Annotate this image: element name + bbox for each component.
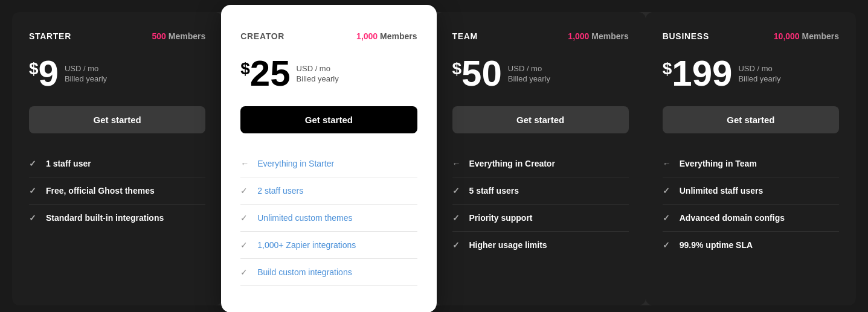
check-icon: ✓ bbox=[452, 240, 462, 250]
plan-card-creator: CREATOR 1,000 Members $25 USD / mo Bille… bbox=[221, 5, 436, 312]
check-icon: ✓ bbox=[29, 159, 39, 168]
feature-item-creator-1: ✓ 2 staff users bbox=[240, 177, 417, 205]
plan-card-team: TEAM 1,000 Members $50 USD / mo Billed y… bbox=[436, 12, 646, 305]
plan-members-starter: 500 Members bbox=[152, 31, 206, 41]
feature-text: 1,000+ Zapier integrations bbox=[257, 240, 356, 250]
plan-members-creator: 1,000 Members bbox=[356, 31, 417, 41]
price-section-business: $199 USD / mo Billed yearly bbox=[663, 56, 839, 92]
plan-name-business: BUSINESS bbox=[663, 31, 709, 41]
feature-item-business-3: ✓ 99.9% uptime SLA bbox=[663, 232, 839, 258]
feature-text: 99.9% uptime SLA bbox=[680, 240, 753, 250]
check-icon: ✓ bbox=[29, 213, 39, 223]
feature-item-creator-0: ← Everything in Starter bbox=[240, 150, 417, 177]
price-billing-starter: Billed yearly bbox=[65, 74, 107, 83]
check-icon: ✓ bbox=[240, 186, 250, 196]
price-billing-business: Billed yearly bbox=[738, 74, 780, 83]
check-icon: ✓ bbox=[240, 213, 250, 223]
price-amount-team: $50 bbox=[452, 56, 502, 92]
feature-item-creator-4: ✓ Build custom integrations bbox=[240, 259, 417, 286]
check-icon: ✓ bbox=[240, 240, 250, 250]
plan-card-business: BUSINESS 10,000 Members $199 USD / mo Bi… bbox=[646, 12, 856, 305]
price-unit-starter: USD / mo bbox=[65, 64, 107, 73]
features-list-creator: ← Everything in Starter ✓ 2 staff users … bbox=[240, 150, 417, 286]
arrow-icon: ← bbox=[240, 159, 250, 168]
feature-item-creator-3: ✓ 1,000+ Zapier integrations bbox=[240, 232, 417, 259]
feature-text: 5 staff users bbox=[469, 186, 519, 196]
feature-text: Higher usage limits bbox=[469, 240, 547, 250]
feature-item-starter-0: ✓ 1 staff user bbox=[29, 150, 205, 177]
feature-item-business-0: ← Everything in Team bbox=[663, 150, 839, 177]
feature-text: Everything in Creator bbox=[469, 159, 555, 168]
feature-item-team-2: ✓ Priority support bbox=[452, 205, 629, 232]
feature-text: Free, official Ghost themes bbox=[46, 186, 155, 196]
feature-text: Priority support bbox=[469, 213, 533, 223]
feature-item-team-1: ✓ 5 staff users bbox=[452, 177, 629, 205]
price-details-creator: USD / mo Billed yearly bbox=[297, 64, 339, 83]
feature-text: Unlimited custom themes bbox=[257, 213, 352, 223]
check-icon: ✓ bbox=[663, 240, 672, 250]
feature-item-starter-1: ✓ Free, official Ghost themes bbox=[29, 177, 205, 205]
plan-members-business: 10,000 Members bbox=[774, 31, 839, 41]
price-amount-starter: $9 bbox=[29, 56, 59, 92]
check-icon: ✓ bbox=[663, 213, 672, 223]
feature-item-creator-2: ✓ Unlimited custom themes bbox=[240, 205, 417, 232]
feature-text: Everything in Starter bbox=[257, 159, 334, 168]
plan-header-team: TEAM 1,000 Members bbox=[452, 31, 629, 41]
price-amount-business: $199 bbox=[663, 56, 733, 92]
features-list-business: ← Everything in Team ✓ Unlimited staff u… bbox=[663, 150, 839, 258]
check-icon: ✓ bbox=[240, 267, 250, 277]
plan-name-team: TEAM bbox=[452, 31, 478, 41]
feature-item-business-1: ✓ Unlimited staff users bbox=[663, 177, 839, 205]
feature-item-team-3: ✓ Higher usage limits bbox=[452, 232, 629, 258]
feature-text: Unlimited staff users bbox=[680, 186, 763, 196]
get-started-btn-starter[interactable]: Get started bbox=[29, 106, 205, 133]
plan-header-business: BUSINESS 10,000 Members bbox=[663, 31, 839, 41]
price-section-team: $50 USD / mo Billed yearly bbox=[452, 56, 629, 92]
plan-name-creator: CREATOR bbox=[240, 31, 285, 41]
price-section-starter: $9 USD / mo Billed yearly bbox=[29, 56, 205, 92]
price-billing-team: Billed yearly bbox=[508, 74, 550, 83]
feature-text: Advanced domain configs bbox=[680, 213, 785, 223]
arrow-icon: ← bbox=[663, 159, 672, 168]
get-started-btn-business[interactable]: Get started bbox=[663, 106, 839, 133]
price-unit-team: USD / mo bbox=[508, 64, 550, 73]
feature-text: Build custom integrations bbox=[257, 267, 352, 277]
feature-text: Everything in Team bbox=[680, 159, 757, 168]
feature-text: 1 staff user bbox=[46, 159, 91, 168]
price-details-team: USD / mo Billed yearly bbox=[508, 64, 550, 83]
check-icon: ✓ bbox=[663, 186, 672, 196]
price-section-creator: $25 USD / mo Billed yearly bbox=[240, 56, 417, 92]
price-amount-creator: $25 bbox=[240, 56, 290, 92]
check-icon: ✓ bbox=[452, 186, 462, 196]
plan-name-starter: STARTER bbox=[29, 31, 71, 41]
plan-header-creator: CREATOR 1,000 Members bbox=[240, 31, 417, 41]
get-started-btn-team[interactable]: Get started bbox=[452, 106, 629, 133]
price-unit-business: USD / mo bbox=[738, 64, 780, 73]
feature-item-team-0: ← Everything in Creator bbox=[452, 150, 629, 177]
features-list-team: ← Everything in Creator ✓ 5 staff users … bbox=[452, 150, 629, 258]
price-details-starter: USD / mo Billed yearly bbox=[65, 64, 107, 83]
get-started-btn-creator[interactable]: Get started bbox=[240, 106, 417, 133]
check-icon: ✓ bbox=[29, 186, 39, 196]
plan-card-starter: STARTER 500 Members $9 USD / mo Billed y… bbox=[12, 12, 222, 305]
plan-header-starter: STARTER 500 Members bbox=[29, 31, 205, 41]
feature-item-business-2: ✓ Advanced domain configs bbox=[663, 205, 839, 232]
feature-text: 2 staff users bbox=[257, 186, 303, 196]
price-billing-creator: Billed yearly bbox=[297, 74, 339, 83]
feature-text: Standard built-in integrations bbox=[46, 213, 164, 223]
pricing-container: STARTER 500 Members $9 USD / mo Billed y… bbox=[12, 12, 856, 305]
price-unit-creator: USD / mo bbox=[297, 64, 339, 73]
features-list-starter: ✓ 1 staff user ✓ Free, official Ghost th… bbox=[29, 150, 205, 231]
plan-members-team: 1,000 Members bbox=[568, 31, 628, 41]
arrow-icon: ← bbox=[452, 159, 462, 168]
check-icon: ✓ bbox=[452, 213, 462, 223]
price-details-business: USD / mo Billed yearly bbox=[738, 64, 780, 83]
feature-item-starter-2: ✓ Standard built-in integrations bbox=[29, 205, 205, 231]
